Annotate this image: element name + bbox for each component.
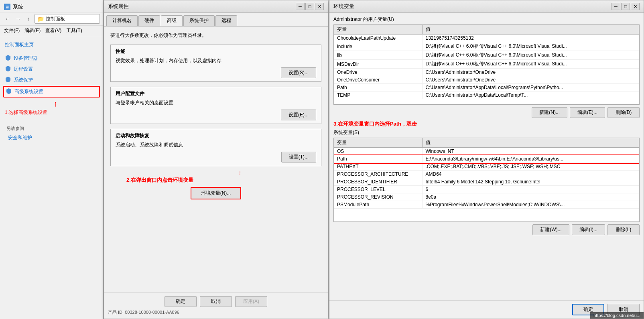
user-var-row[interactable]: MSDevDirD:\祖传Visual C++ 6.0\祖传Visual C++…: [334, 60, 639, 69]
env-title: 环境变量: [333, 3, 354, 10]
env-minimize-button[interactable]: ─: [611, 3, 620, 10]
user-var-row[interactable]: includeD:\祖传Visual C++ 6.0\祖传Visual C++ …: [334, 42, 639, 51]
sys-var-value: .COM;.EXE;.BAT;.CMD;.VBS;.VBE;.JS;.JSE;.…: [422, 163, 639, 171]
menu-tools[interactable]: 工具(T): [66, 26, 82, 35]
user-var-name: ChocolateyLastPathUpdate: [334, 35, 422, 42]
user-var-value: 132196751743255132: [422, 35, 639, 42]
user-var-row[interactable]: PathC:\Users\Administrator\AppData\Local…: [334, 84, 639, 91]
user-var-value: C:\Users\Administrator\OneDrive: [422, 76, 639, 84]
up-button[interactable]: ↑: [24, 14, 33, 23]
sys-edit-button[interactable]: 编辑(I)...: [572, 224, 605, 235]
sys-var-row[interactable]: OSWindows_NT: [334, 148, 639, 155]
close-button[interactable]: ✕: [315, 3, 324, 10]
sys-new-button[interactable]: 新建(W)...: [532, 224, 569, 235]
sys-vars-table: 变量 值 OSWindows_NTPathE:\Anaconda3\Librar…: [334, 138, 639, 209]
env-variables-button[interactable]: 环境变量(N)...: [191, 187, 242, 199]
nav-bar: ← → ↑ 📁 控制面板: [0, 12, 103, 26]
menu-view[interactable]: 查看(V): [45, 26, 61, 35]
user-vars-table: 变量 值 ChocolateyLastPathUpdate13219675174…: [334, 25, 639, 99]
section-user-title: 用户配置文件: [116, 90, 316, 97]
user-var-row[interactable]: OneDriveC:\Users\Administrator\OneDrive: [334, 69, 639, 76]
sys-vars-title: 系统变量(S): [333, 129, 640, 136]
tab-remote[interactable]: 远程: [215, 15, 237, 26]
forward-button[interactable]: →: [14, 14, 22, 23]
system-window: 🖥 系统 ← → ↑ 📁 控制面板 文件(F) 编辑(E) 查看(V) 工具(T…: [0, 0, 104, 319]
sidebar-home-link[interactable]: 控制面板主页: [3, 40, 100, 49]
settings-perf-button[interactable]: 设置(S)...: [281, 67, 316, 78]
sys-var-name: Path: [334, 155, 422, 163]
user-vars-btn-group: 新建(N)... 编辑(E)... 删除(D): [333, 107, 640, 118]
sys-var-row[interactable]: PROCESSOR_LEVEL6: [334, 186, 639, 193]
sys-var-row[interactable]: PATHEXT.COM;.EXE;.BAT;.CMD;.VBS;.VBE;.JS…: [334, 163, 639, 171]
sys-vars-table-container[interactable]: 变量 值 OSWindows_NTPathE:\Anaconda3\Librar…: [333, 138, 640, 222]
sidebar-item-device-manager[interactable]: 设备管理器: [3, 53, 100, 63]
admin-note: 要进行大多数更改，你必须作为管理员登录。: [110, 32, 321, 39]
menu-file[interactable]: 文件(F): [4, 26, 20, 35]
tab-system-protection[interactable]: 系统保护: [183, 15, 215, 26]
env-btn-row: 环境变量(N)...: [110, 187, 321, 199]
user-var-row[interactable]: OneDriveConsumerC:\Users\Administrator\O…: [334, 76, 639, 84]
sys-var-row[interactable]: PROCESSOR_ARCHITECTUREAMD64: [334, 171, 639, 178]
tab-computer-name[interactable]: 计算机名: [106, 15, 138, 26]
ok-button[interactable]: 确定: [165, 296, 197, 307]
section-user-desc: 与登录帐户相关的桌面设置: [116, 100, 316, 106]
sys-var-row[interactable]: PROCESSOR_IDENTIFIERIntel64 Family 6 Mod…: [334, 178, 639, 186]
tab-hardware[interactable]: 硬件: [138, 15, 160, 26]
menu-edit[interactable]: 编辑(E): [24, 26, 41, 35]
sys-delete-button[interactable]: 删除(L): [607, 224, 640, 235]
sidebar-content: 控制面板主页 设备管理器 远程设置 系统保护 高: [0, 36, 103, 319]
product-id: 产品 ID: 00328-10000-00001-AA896: [108, 309, 324, 315]
env-close-button[interactable]: ✕: [631, 3, 640, 10]
env-variables-dialog: 环境变量 ─ □ ✕ Administrator 的用户变量(U) 变量 值 C…: [329, 0, 644, 319]
also-see-link-0[interactable]: 安全和维护: [6, 133, 97, 142]
sys-var-value: 6: [422, 186, 639, 193]
also-see-title: 另请参阅: [6, 126, 97, 132]
settings-user-button[interactable]: 设置(E)...: [281, 110, 316, 120]
user-var-row[interactable]: TEMPC:\Users\Administrator\AppData\Local…: [334, 91, 639, 99]
sys-var-row[interactable]: PSModulePath%ProgramFiles%\WindowsPowerS…: [334, 201, 639, 209]
user-col-val: 值: [422, 25, 639, 35]
section-user-profiles: 用户配置文件 与登录帐户相关的桌面设置 设置(E)...: [110, 87, 321, 124]
annotation-text-2: 2.在弹出窗口内点击环境变量: [126, 177, 321, 184]
cancel-button[interactable]: 取消: [200, 296, 232, 307]
tab-advanced[interactable]: 高级: [161, 15, 183, 26]
sidebar-item-system-protection[interactable]: 系统保护: [3, 75, 100, 85]
user-var-value: C:\Users\Administrator\AppData\Local\Pro…: [422, 84, 639, 91]
shield-icon-3: [6, 88, 12, 95]
sys-var-name: OS: [334, 148, 422, 155]
user-vars-table-container[interactable]: 变量 值 ChocolateyLastPathUpdate13219675174…: [333, 24, 640, 105]
user-edit-button[interactable]: 编辑(E)...: [570, 107, 605, 118]
user-var-row[interactable]: ChocolateyLastPathUpdate1321967517432551…: [334, 35, 639, 42]
sys-var-name: PROCESSOR_REVISION: [334, 193, 422, 201]
user-delete-button[interactable]: 删除(D): [607, 107, 640, 118]
back-button[interactable]: ←: [3, 14, 12, 23]
sys-var-value: %ProgramFiles%\WindowsPowerShell\Modules…: [422, 201, 639, 209]
apply-button[interactable]: 应用(A): [235, 296, 267, 307]
system-props-footer: 确定 取消 应用(A) 产品 ID: 00328-10000-00001-AA8…: [104, 293, 328, 319]
minimize-button[interactable]: ─: [296, 3, 305, 10]
sys-var-row[interactable]: PathE:\Anaconda3\Library\mingw-w64\bin;E…: [334, 155, 639, 163]
user-var-name: TEMP: [334, 91, 422, 99]
section-perf-title: 性能: [116, 48, 316, 55]
sys-var-row[interactable]: PROCESSOR_REVISION8e0a: [334, 193, 639, 201]
sidebar-item-remote[interactable]: 远程设置: [3, 64, 100, 74]
env-maximize-button[interactable]: □: [621, 3, 630, 10]
user-var-value: D:\祖传Visual C++ 6.0\祖传Visual C++ 6.0\Mic…: [422, 60, 639, 69]
shield-icon-1: [5, 65, 11, 73]
user-var-name: Path: [334, 84, 422, 91]
maximize-button[interactable]: □: [305, 3, 314, 10]
sidebar-item-advanced-system[interactable]: 高级系统设置: [3, 86, 100, 98]
sys-var-name: PATHEXT: [334, 163, 422, 171]
annotation-step3: 3.在环境变量窗口内选择Path，双击: [333, 120, 640, 128]
user-var-value: D:\祖传Visual C++ 6.0\祖传Visual C++ 6.0\Mic…: [422, 42, 639, 51]
annotation-text-1: 1.选择高级系统设置: [5, 109, 100, 116]
settings-startup-button[interactable]: 设置(T)...: [281, 152, 316, 163]
sidebar-label-2: 系统保护: [14, 77, 33, 83]
user-new-button[interactable]: 新建(N)...: [532, 107, 567, 118]
system-window-titlebar: 🖥 系统: [0, 0, 103, 12]
user-var-row[interactable]: libD:\祖传Visual C++ 6.0\祖传Visual C++ 6.0\…: [334, 51, 639, 60]
menu-bar: 文件(F) 编辑(E) 查看(V) 工具(T): [0, 26, 103, 36]
annotation-arrow-1: ↑: [11, 99, 100, 108]
url-bar: https://blog.csdn.net/u...: [590, 312, 644, 319]
sys-col-val: 值: [422, 138, 639, 148]
